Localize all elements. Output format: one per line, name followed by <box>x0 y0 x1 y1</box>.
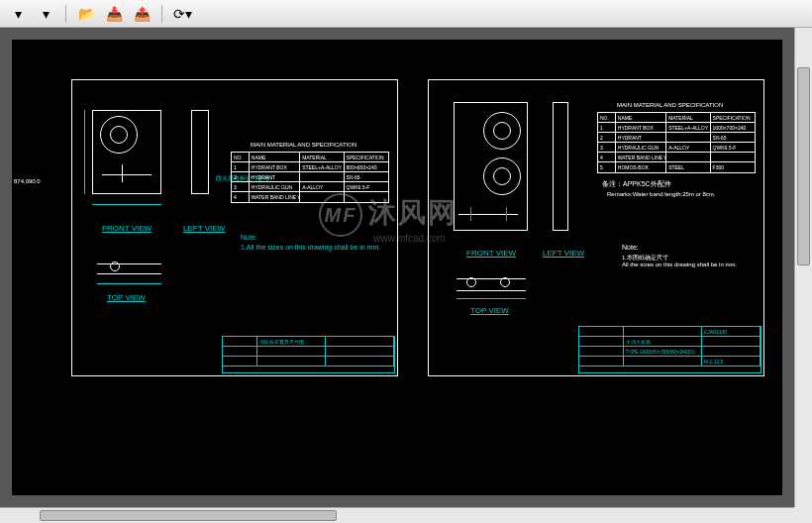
valve-stem <box>122 164 123 182</box>
vertical-scrollbar[interactable] <box>794 28 812 507</box>
hose-reel-1-inner <box>493 122 511 140</box>
top-nozzle <box>110 262 120 271</box>
export-icon[interactable]: 📤 <box>132 4 152 24</box>
hose-reel-inner <box>110 126 128 144</box>
canvas-viewport[interactable]: 874,090.0 FRONT VIEW LEFT VIEW TOP VIEW <box>0 28 794 507</box>
table-row: 5HOMOS-BOXSTEELF300 <box>598 162 755 172</box>
left-view-box <box>553 102 568 231</box>
valve-line <box>458 214 518 215</box>
horizontal-scrollbar[interactable] <box>0 507 794 523</box>
top-view-line2 <box>97 273 161 274</box>
dim-line <box>92 204 161 205</box>
table-title: MAIN MATERIAL AND SPECIFICATION <box>251 142 356 148</box>
title-block: 消防栓布置及尺寸图 <box>222 336 395 373</box>
remark-text: Remarks:Water band length:25m or 8cm. <box>607 191 716 197</box>
note-text: 1.All the sizes on this drawing shall be… <box>241 244 380 251</box>
note-text: All the sizes on this drawing shall be i… <box>622 262 737 267</box>
material-table: NO. NAME MATERIAL SPECIFICATION 1 HYDRAN… <box>231 152 389 203</box>
hydrant-line <box>102 174 152 175</box>
scroll-corner <box>794 507 812 523</box>
remark-title: 备注：APPK5C外配件 <box>602 179 671 189</box>
title-block: CJA02100 水消火栓箱 TYPE:1600(H)×700(W)×240(D… <box>578 326 761 373</box>
table-row: 1HYDRANT BOXSTEEL+A-ALLOY1600×700×240 <box>598 123 755 133</box>
dim-line <box>84 110 85 194</box>
top-view-label: TOP VIEW <box>107 293 146 302</box>
th-spec: SPECIFICATION <box>345 153 388 161</box>
note-label: Note: <box>622 244 639 251</box>
open-icon[interactable]: 📂 <box>76 4 96 24</box>
valve-stem1 <box>470 207 471 221</box>
table-row: 2 HYDRANT SN·65 <box>232 172 388 182</box>
table-row: 1 HYDRANT BOX STEEL+A-ALLOY 800×650×240 <box>232 162 388 172</box>
valve-stem2 <box>506 207 507 221</box>
front-view-label: FRONT VIEW <box>102 224 152 233</box>
dropdown-icon-2[interactable]: ▾ <box>36 4 55 24</box>
import-icon[interactable]: 📥 <box>104 4 124 24</box>
refresh-icon[interactable]: ⟳▾ <box>172 4 192 24</box>
separator <box>65 5 66 23</box>
table-row: 3HYDRAULIC GUNA-ALLOYQWK6.5-F <box>598 143 755 153</box>
separator <box>161 5 162 23</box>
hose-reel-2-inner <box>493 167 511 185</box>
toolbar: ▾ ▾ 📂 📥 📤 ⟳▾ <box>0 0 812 28</box>
material-table: NO. NAME MATERIAL SPECIFICATION 1HYDRANT… <box>597 112 756 173</box>
note-label: Note: <box>241 234 257 241</box>
dropdown-icon[interactable]: ▾ <box>8 4 28 24</box>
front-view-label: FRONT VIEW <box>466 249 516 258</box>
left-view-label: LEFT VIEW <box>183 224 225 233</box>
table-header-row: NO. NAME MATERIAL SPECIFICATION <box>232 153 388 162</box>
vertical-scroll-thumb[interactable] <box>797 67 810 265</box>
table-header-row: NO. NAME MATERIAL SPECIFICATION <box>598 113 755 123</box>
left-view-label: LEFT VIEW <box>543 249 584 258</box>
table-row: 3 HYDRAULIC GUN A-ALLOY QWK6.5-F <box>232 182 388 192</box>
left-view-box <box>191 110 209 194</box>
drawing-canvas[interactable]: 874,090.0 FRONT VIEW LEFT VIEW TOP VIEW <box>12 40 782 495</box>
th-no: NO. <box>232 153 250 161</box>
top-view-line2 <box>457 290 526 291</box>
top-view-label: TOP VIEW <box>470 306 509 315</box>
table-row: 4WATER BAND LINE WITH RUBBER <box>598 153 755 162</box>
drawing-sheet-2: FRONT VIEW LEFT VIEW TOP VIEW MAIN MATER… <box>428 79 764 376</box>
table-row: 2HYDRANTSN·65 <box>598 133 755 143</box>
th-name: NAME <box>250 153 300 161</box>
top-nozzle2 <box>500 277 510 287</box>
drawing-sheet-1: FRONT VIEW LEFT VIEW TOP VIEW 防火通道标识（参考）… <box>71 79 398 376</box>
table-row: 4 WATER BAND LINE WITH RUBBER <box>232 192 388 202</box>
table-title: MAIN MATERIAL AND SPECIFICATION <box>617 102 723 108</box>
coordinate-marker: 874,090.0 <box>14 178 41 184</box>
th-material: MATERIAL <box>300 153 344 161</box>
dim-line <box>97 283 161 284</box>
top-nozzle1 <box>466 277 476 287</box>
dim-line <box>457 298 526 299</box>
horizontal-scroll-thumb[interactable] <box>40 510 337 521</box>
top-view-line <box>97 263 161 264</box>
